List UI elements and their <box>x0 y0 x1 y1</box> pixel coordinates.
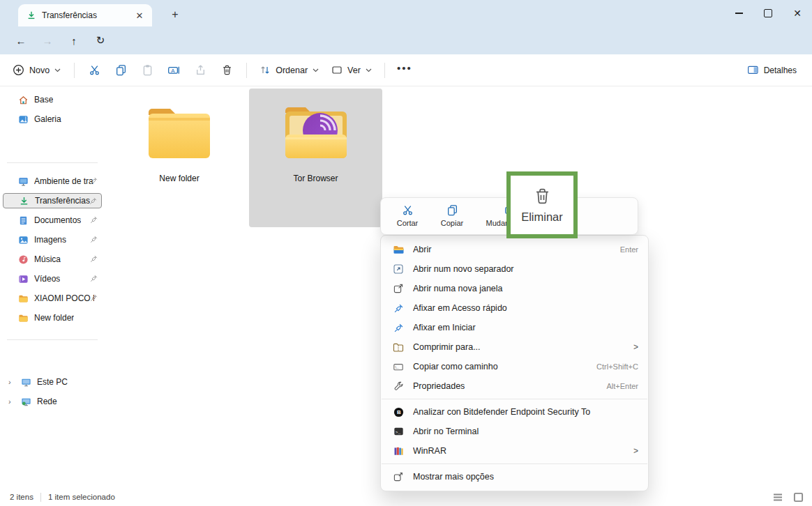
menu-item-abrir[interactable]: Abrir Enter <box>384 240 645 259</box>
quick-action-label: Copiar <box>441 219 463 227</box>
copy-button[interactable] <box>107 59 134 82</box>
close-button[interactable]: ✕ <box>783 0 812 26</box>
forward-button[interactable]: → <box>38 32 57 49</box>
details-pane-icon <box>747 65 759 75</box>
pin-icon <box>89 293 98 302</box>
winrar-icon <box>391 446 405 457</box>
sidebar-item-desktop[interactable]: Ambiente de tra <box>3 174 102 189</box>
quick-delete-label: Eliminar <box>521 210 563 224</box>
more-toolbar-button[interactable]: ••• <box>391 59 418 82</box>
menu-item-label: Abrir num novo separador <box>413 264 638 274</box>
large-icons-view-icon[interactable] <box>793 492 804 503</box>
sort-button[interactable]: Ordenar <box>253 59 325 82</box>
sidebar-item-documentos[interactable]: Documentos <box>3 213 102 228</box>
refresh-button[interactable]: ↻ <box>91 32 110 49</box>
downloads-icon <box>27 10 36 20</box>
selected-count: 1 item selecionado <box>48 493 115 501</box>
sidebar-item-label: Galeria <box>34 114 61 124</box>
paste-icon <box>142 64 153 76</box>
menu-item-copiar-como-caminho[interactable]: \.. Copiar como caminho Ctrl+Shift+C <box>384 357 645 376</box>
terminal-icon: >_ <box>391 427 405 436</box>
pin-icon <box>89 176 98 185</box>
share-button[interactable] <box>187 59 213 82</box>
file-tile-new-folder[interactable]: New folder <box>114 89 244 227</box>
zip-folder-icon <box>391 342 405 353</box>
details-pane-button[interactable]: Detalhes <box>740 59 804 82</box>
status-divider <box>40 493 41 502</box>
folder-icon <box>18 293 29 304</box>
sidebar-item-imagens[interactable]: Imagens <box>3 232 102 247</box>
menu-item-label: Analizar con Bitdefender Endpoint Securi… <box>413 407 638 417</box>
delete-button[interactable] <box>213 59 240 82</box>
menu-item-propriedades[interactable]: Propriedades Alt+Enter <box>384 376 645 396</box>
sidebar-item-videos[interactable]: Vídeos <box>3 271 102 286</box>
sidebar-item-este-pc[interactable]: › Este PC <box>3 374 102 390</box>
tab-title: Transferências <box>42 10 127 20</box>
paste-button[interactable] <box>134 59 160 82</box>
quick-action-label: Cortar <box>397 219 419 227</box>
sidebar-item-label: Vídeos <box>34 274 60 284</box>
menu-item-bitdefender[interactable]: B Analizar con Bitdefender Endpoint Secu… <box>384 402 645 422</box>
svg-text:\..: \.. <box>396 365 399 369</box>
sidebar-item-new-folder[interactable]: New folder <box>3 310 102 325</box>
explorer-tab[interactable]: Transferências ✕ <box>18 4 152 26</box>
pin-icon <box>89 274 98 283</box>
open-new-window-icon <box>391 283 405 294</box>
sidebar-item-xiaomi-poco[interactable]: XIAOMI POCO F <box>3 291 102 306</box>
menu-item-label: Abrir <box>413 245 613 254</box>
cut-button[interactable] <box>81 59 107 82</box>
sidebar-spacer <box>0 340 105 374</box>
trash-icon <box>533 187 552 206</box>
sidebar-item-label: Transferências <box>35 196 90 206</box>
menu-item-label: Comprimir para... <box>413 342 626 352</box>
svg-text:A: A <box>171 68 175 74</box>
gallery-icon <box>18 114 29 125</box>
share-icon <box>195 64 206 76</box>
open-new-tab-icon <box>391 263 405 275</box>
submenu-chevron-icon: > <box>633 446 638 456</box>
tab-close-icon[interactable]: ✕ <box>133 8 146 22</box>
details-view-icon[interactable] <box>772 493 783 502</box>
up-button[interactable]: ↑ <box>65 32 83 49</box>
maximize-button[interactable] <box>753 0 783 26</box>
details-button-label: Detalhes <box>764 66 797 75</box>
file-tile-tor-browser[interactable]: Tor Browser <box>249 89 382 227</box>
menu-item-winrar[interactable]: WinRAR > <box>384 441 645 461</box>
sidebar-item-musica[interactable]: Música <box>3 252 102 267</box>
minimize-button[interactable] <box>724 0 753 26</box>
file-name: Tor Browser <box>293 174 338 183</box>
quick-cut-button[interactable]: Cortar <box>385 202 430 234</box>
sidebar-item-transferencias[interactable]: Transferências <box>3 193 102 208</box>
view-toggles <box>772 492 804 503</box>
sidebar-item-label: Ambiente de tra <box>34 176 93 186</box>
menu-item-comprimir-para[interactable]: Comprimir para... > <box>384 337 645 357</box>
menu-item-abrir-nova-janela[interactable]: Abrir numa nova janela <box>384 279 645 298</box>
menu-item-abrir-no-terminal[interactable]: >_ Abrir no Terminal <box>384 422 645 441</box>
new-button[interactable]: Novo <box>6 59 68 82</box>
chevron-right-icon[interactable]: › <box>8 397 15 406</box>
rename-button[interactable]: A <box>160 59 187 82</box>
sidebar-spacer <box>0 163 105 174</box>
chevron-right-icon[interactable]: › <box>8 378 15 386</box>
desktop-icon <box>18 176 29 187</box>
menu-item-mostrar-mais-opcoes[interactable]: Mostrar mais opções <box>384 467 645 486</box>
sidebar-item-galeria[interactable]: Galeria <box>3 112 102 127</box>
annotation-highlight-eliminar[interactable]: Eliminar <box>506 171 578 238</box>
quick-copy-button[interactable]: Copiar <box>430 202 474 234</box>
close-icon: ✕ <box>793 8 802 18</box>
menu-item-abrir-novo-separador[interactable]: Abrir num novo separador <box>384 259 645 279</box>
sidebar-item-rede[interactable]: › Rede <box>3 394 102 409</box>
menu-shortcut: Enter <box>620 245 638 254</box>
menu-item-afixar-iniciar[interactable]: Afixar em Iniciar <box>384 318 645 337</box>
menu-item-afixar-acesso-rapido[interactable]: Afixar em Acesso rápido <box>384 298 645 318</box>
sidebar-item-base[interactable]: Base <box>3 92 102 107</box>
svg-text:B: B <box>397 409 401 415</box>
view-button[interactable]: Ver <box>325 59 378 82</box>
open-folder-icon <box>391 245 405 255</box>
trash-icon <box>221 64 233 76</box>
back-button[interactable]: ← <box>12 32 30 49</box>
ellipsis-icon: ••• <box>397 62 412 78</box>
sidebar-item-label: Rede <box>37 397 57 406</box>
new-tab-button[interactable]: + <box>167 7 183 22</box>
downloads-icon <box>19 196 29 206</box>
